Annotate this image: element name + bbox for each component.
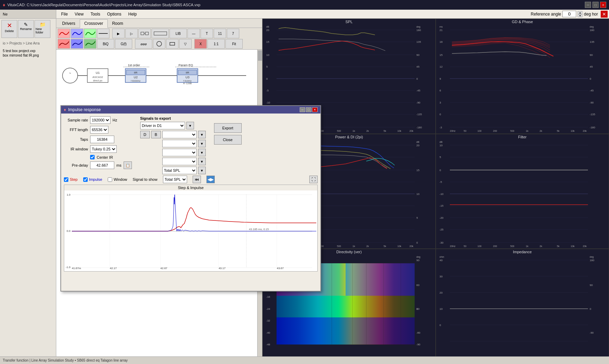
toolbar-dkred-btn[interactable]: [58, 39, 70, 49]
toolbar-tri-btn[interactable]: ▽: [179, 39, 192, 49]
step-checkbox[interactable]: [64, 177, 68, 182]
file-item[interactable]: 5 test box project.vxp: [1, 49, 55, 53]
step-impulse-title: Step & Impulse: [64, 185, 317, 190]
svg-text:-60: -60: [416, 331, 420, 334]
svg-text:10: 10: [439, 307, 443, 311]
total-spl-dropdown[interactable]: ▼: [198, 167, 206, 174]
pre-delay-input[interactable]: [90, 161, 114, 169]
fft-length-label: FFT length: [64, 128, 88, 132]
chart-controls-row: Step Impulse Window Signal to show Total…: [64, 174, 318, 185]
svg-text:1k: 1k: [352, 130, 355, 132]
ref-angle-close-button[interactable]: ✕: [601, 11, 608, 18]
toolbar-rect-btn[interactable]: [166, 39, 178, 49]
center-ir-checkbox[interactable]: [90, 155, 95, 159]
signal-dropdown-btn[interactable]: ▼: [186, 122, 194, 129]
nav-play-btn[interactable]: ◀▶: [206, 176, 215, 183]
toolbar-play-btn[interactable]: ▶: [112, 29, 125, 38]
tab-drivers[interactable]: Drivers: [58, 19, 80, 28]
sidebar-delete-button[interactable]: ✕ Delete: [1, 20, 17, 38]
fft-length-select[interactable]: 65536: [90, 126, 108, 134]
signal-row2-dropdown[interactable]: ▼: [198, 131, 206, 138]
toolbar-fit-btn[interactable]: Fit: [225, 39, 243, 49]
file-item[interactable]: box mirrored flat IR.png: [1, 53, 55, 58]
ref-angle-up[interactable]: ▲: [578, 11, 582, 14]
impulse-close-btn[interactable]: ✕: [312, 107, 318, 112]
sidebar-newfolder-button[interactable]: 📁 New folder: [35, 20, 50, 38]
menu-help[interactable]: Help: [125, 11, 141, 17]
toolbar-curve-green-btn[interactable]: [84, 29, 96, 38]
ref-angle-down[interactable]: ▼: [578, 14, 582, 17]
toolbar-biq-btn[interactable]: BiQ: [97, 39, 114, 49]
toolbar-lib-btn[interactable]: LIB: [170, 29, 187, 38]
svg-text:20Hz: 20Hz: [450, 130, 456, 132]
nav-start-btn[interactable]: ⏮: [193, 176, 201, 183]
toolbar-circle-btn[interactable]: [153, 39, 165, 49]
toolbar-lpf-btn[interactable]: [152, 29, 169, 38]
svg-text:10: 10: [266, 53, 269, 57]
toolbar-7-btn[interactable]: 7: [227, 29, 239, 38]
taps-input[interactable]: [90, 136, 114, 143]
toolbar-gf-btn[interactable]: G(f): [115, 39, 132, 49]
svg-text:100: 100: [477, 130, 482, 132]
menu-options[interactable]: Options: [104, 11, 125, 17]
menu-tools[interactable]: Tools: [87, 11, 104, 17]
signal-row5-dropdown[interactable]: ▼: [198, 158, 206, 165]
pre-delay-copy-btn[interactable]: 📋: [124, 161, 132, 169]
svg-text:0: 0: [416, 77, 418, 80]
tab-room[interactable]: Room: [108, 19, 128, 28]
signal-row2-select[interactable]: [162, 131, 197, 138]
toolbar-11-btn[interactable]: 11: [214, 29, 226, 38]
step-impulse-svg: 1.0 0.0 -1.0 41.67m 42.17 42.67 43.17 43…: [64, 190, 317, 270]
ir-window-select[interactable]: Tukey 0.25: [90, 145, 117, 153]
menu-file[interactable]: File: [58, 11, 71, 17]
tab-crossover[interactable]: Crossover: [80, 19, 108, 28]
sidebar-rename-button[interactable]: ✎ Rename: [18, 20, 34, 38]
svg-text:IIR: IIR: [134, 71, 137, 74]
svg-text:5: 5: [439, 156, 441, 159]
total-spl-select[interactable]: Total SPL: [162, 167, 197, 174]
toolbar-play2-btn[interactable]: ▷: [125, 29, 138, 38]
toolbar-x-btn[interactable]: X: [194, 39, 207, 49]
window-checkbox[interactable]: [108, 177, 112, 182]
svg-text:0: 0: [590, 307, 591, 311]
export-button[interactable]: Export: [214, 123, 242, 133]
toolbar-dkgreen-btn[interactable]: [84, 39, 96, 49]
impulse-minimize-btn[interactable]: ─: [300, 107, 305, 112]
signal-row3-dropdown[interactable]: ▼: [198, 140, 206, 147]
maximize-button[interactable]: □: [592, 2, 599, 8]
toolbar-curve-blue-btn[interactable]: [71, 29, 83, 38]
menu-view[interactable]: View: [71, 11, 87, 17]
signal-row5-select[interactable]: [162, 158, 197, 165]
ref-angle-input[interactable]: [562, 11, 576, 17]
minimize-button[interactable]: ─: [585, 2, 591, 8]
impedance-svg: 40 30 20 10 0 180 90 0 -90 ohm deg 20Hz …: [436, 255, 609, 363]
signal-row3-select[interactable]: [162, 140, 197, 147]
sample-rate-select[interactable]: 192000: [90, 116, 110, 124]
svg-text:10k: 10k: [571, 130, 575, 132]
fullscreen-btn[interactable]: ⛶: [309, 176, 318, 183]
signal-main-select[interactable]: Driver in D1: [140, 122, 185, 129]
toolbar-t-btn[interactable]: T: [201, 29, 213, 38]
impulse-maximize-btn[interactable]: □: [306, 107, 311, 112]
ref-angle-spinners: ▲ ▼: [578, 11, 582, 17]
signal-row4-select[interactable]: [162, 149, 197, 156]
toolbar-curve-red-btn[interactable]: [58, 29, 70, 38]
signal-to-show-select[interactable]: Total SPL: [163, 176, 187, 183]
svg-text:-45: -45: [590, 89, 594, 92]
signal-row4-dropdown[interactable]: ▼: [198, 149, 206, 156]
toolbar-wire-btn[interactable]: —: [187, 29, 200, 38]
close-button[interactable]: ✕: [600, 2, 606, 8]
svg-text:100: 100: [477, 245, 482, 247]
breadcrumb: io > Projects > Line Arra: [1, 41, 55, 46]
close-button[interactable]: Close: [214, 135, 242, 145]
toolbar-ratio-btn[interactable]: 1:1: [207, 39, 225, 49]
gd-svg: 21 18 15 12 9 6 3 0 -3 180 135 90 45 0 -…: [436, 24, 609, 133]
svg-text:-90: -90: [590, 331, 594, 334]
signal-d-btn[interactable]: D: [140, 131, 150, 138]
signal-b-btn[interactable]: B: [151, 131, 161, 138]
toolbar-flat-btn[interactable]: [97, 29, 109, 38]
toolbar-dkblue-btn[interactable]: [71, 39, 83, 49]
impulse-checkbox[interactable]: [83, 177, 88, 182]
toolbar-hpf-btn[interactable]: [138, 29, 151, 38]
toolbar-coil-btn[interactable]: ⌀⌀⌀: [135, 39, 152, 49]
